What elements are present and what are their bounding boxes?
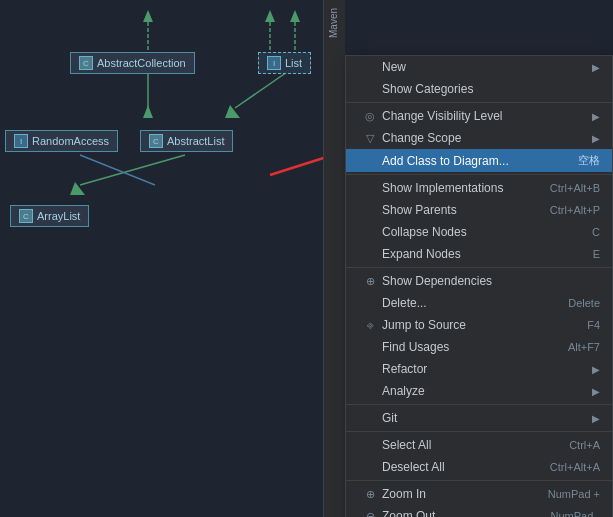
menu-item-add-class[interactable]: Add Class to Diagram... 空格	[346, 149, 612, 172]
scope-arrow-icon: ▶	[592, 133, 600, 144]
menu-item-show-dependencies-label: Show Dependencies	[382, 274, 600, 288]
svg-marker-9	[265, 10, 275, 22]
node-abstract-collection[interactable]: C AbstractCollection	[70, 52, 195, 74]
menu-item-expand-nodes-label: Expand Nodes	[382, 247, 585, 261]
zoom-in-icon: ⊕	[362, 488, 378, 501]
node-icon-c3: C	[19, 209, 33, 223]
menu-item-show-categories-label: Show Categories	[382, 82, 600, 96]
menu-item-refactor[interactable]: Refactor ▶	[346, 358, 612, 380]
menu-item-find-usages-label: Find Usages	[382, 340, 560, 354]
menu-item-show-parents-label: Show Parents	[382, 203, 542, 217]
node-label: RandomAccess	[32, 135, 109, 147]
diagram-area: C AbstractCollection I List I RandomAcce…	[0, 0, 360, 517]
show-parents-shortcut: Ctrl+Alt+P	[550, 204, 600, 216]
menu-item-change-scope-label: Change Scope	[382, 131, 588, 145]
menu-item-delete[interactable]: Delete... Delete	[346, 292, 612, 314]
node-random-access[interactable]: I RandomAccess	[5, 130, 118, 152]
node-icon-i: I	[267, 56, 281, 70]
menu-item-expand-nodes[interactable]: Expand Nodes E	[346, 243, 612, 265]
visibility-arrow-icon: ▶	[592, 111, 600, 122]
jump-icon: ⎆	[362, 319, 378, 331]
menu-item-select-all-label: Select All	[382, 438, 561, 452]
menu-item-show-implementations[interactable]: Show Implementations Ctrl+Alt+B	[346, 177, 612, 199]
sidebar-label[interactable]: Maven	[324, 0, 345, 46]
menu-item-add-class-label: Add Class to Diagram...	[382, 154, 570, 168]
node-label: List	[285, 57, 302, 69]
menu-item-zoom-out[interactable]: ⊖ Zoom Out NumPad -	[346, 505, 612, 517]
node-icon-i2: I	[14, 134, 28, 148]
node-abstract-list[interactable]: C AbstractList	[140, 130, 233, 152]
menu-item-new[interactable]: New ▶	[346, 56, 612, 78]
find-shortcut: Alt+F7	[568, 341, 600, 353]
node-label: AbstractCollection	[97, 57, 186, 69]
menu-item-deselect-all[interactable]: Deselect All Ctrl+Alt+A	[346, 456, 612, 478]
new-arrow-icon: ▶	[592, 62, 600, 73]
analyze-arrow-icon: ▶	[592, 386, 600, 397]
menu-item-git-label: Git	[382, 411, 588, 425]
deselect-all-shortcut: Ctrl+Alt+A	[550, 461, 600, 473]
menu-item-jump-to-source[interactable]: ⎆ Jump to Source F4	[346, 314, 612, 336]
menu-item-change-scope[interactable]: ▽ Change Scope ▶	[346, 127, 612, 149]
node-label: ArrayList	[37, 210, 80, 222]
svg-line-6	[80, 155, 155, 185]
menu-item-zoom-in-label: Zoom In	[382, 487, 540, 501]
menu-item-refactor-label: Refactor	[382, 362, 588, 376]
show-impl-shortcut: Ctrl+Alt+B	[550, 182, 600, 194]
node-label: AbstractList	[167, 135, 224, 147]
filter-icon: ▽	[362, 132, 378, 145]
separator-6	[346, 480, 612, 481]
menu-item-collapse-nodes-label: Collapse Nodes	[382, 225, 584, 239]
node-list[interactable]: I List	[258, 52, 311, 74]
jump-shortcut: F4	[587, 319, 600, 331]
zoom-in-shortcut: NumPad +	[548, 488, 600, 500]
expand-shortcut: E	[593, 248, 600, 260]
delete-shortcut: Delete	[568, 297, 600, 309]
link-icon: ⊕	[362, 275, 378, 288]
menu-item-new-label: New	[382, 60, 588, 74]
separator-3	[346, 267, 612, 268]
menu-item-zoom-in[interactable]: ⊕ Zoom In NumPad +	[346, 483, 612, 505]
svg-marker-11	[290, 10, 300, 22]
separator-1	[346, 102, 612, 103]
context-menu: New ▶ Show Categories ◎ Change Visibilit…	[345, 55, 613, 517]
separator-5	[346, 431, 612, 432]
menu-item-git[interactable]: Git ▶	[346, 407, 612, 429]
menu-item-zoom-out-label: Zoom Out	[382, 509, 542, 517]
menu-item-analyze[interactable]: Analyze ▶	[346, 380, 612, 402]
node-icon-c2: C	[149, 134, 163, 148]
node-array-list[interactable]: C ArrayList	[10, 205, 89, 227]
svg-line-2	[235, 70, 290, 108]
menu-item-collapse-nodes[interactable]: Collapse Nodes C	[346, 221, 612, 243]
separator-2	[346, 174, 612, 175]
menu-item-change-visibility[interactable]: ◎ Change Visibility Level ▶	[346, 105, 612, 127]
maven-sidebar[interactable]: Maven	[323, 0, 345, 517]
menu-item-find-usages[interactable]: Find Usages Alt+F7	[346, 336, 612, 358]
git-arrow-icon: ▶	[592, 413, 600, 424]
svg-marker-7	[143, 10, 153, 22]
diagram-svg	[0, 0, 360, 517]
menu-item-change-visibility-label: Change Visibility Level	[382, 109, 588, 123]
add-class-shortcut: 空格	[578, 153, 600, 168]
menu-item-show-dependencies[interactable]: ⊕ Show Dependencies	[346, 270, 612, 292]
menu-item-show-parents[interactable]: Show Parents Ctrl+Alt+P	[346, 199, 612, 221]
refactor-arrow-icon: ▶	[592, 364, 600, 375]
eye-icon: ◎	[362, 110, 378, 123]
zoom-out-shortcut: NumPad -	[550, 510, 600, 517]
menu-item-deselect-all-label: Deselect All	[382, 460, 542, 474]
menu-item-jump-to-source-label: Jump to Source	[382, 318, 579, 332]
menu-item-delete-label: Delete...	[382, 296, 560, 310]
zoom-out-icon: ⊖	[362, 510, 378, 518]
menu-item-show-implementations-label: Show Implementations	[382, 181, 542, 195]
svg-line-4	[80, 155, 185, 185]
separator-4	[346, 404, 612, 405]
select-all-shortcut: Ctrl+A	[569, 439, 600, 451]
collapse-shortcut: C	[592, 226, 600, 238]
svg-marker-1	[143, 105, 153, 118]
menu-item-show-categories[interactable]: Show Categories	[346, 78, 612, 100]
menu-item-select-all[interactable]: Select All Ctrl+A	[346, 434, 612, 456]
node-icon-c: C	[79, 56, 93, 70]
menu-item-analyze-label: Analyze	[382, 384, 588, 398]
